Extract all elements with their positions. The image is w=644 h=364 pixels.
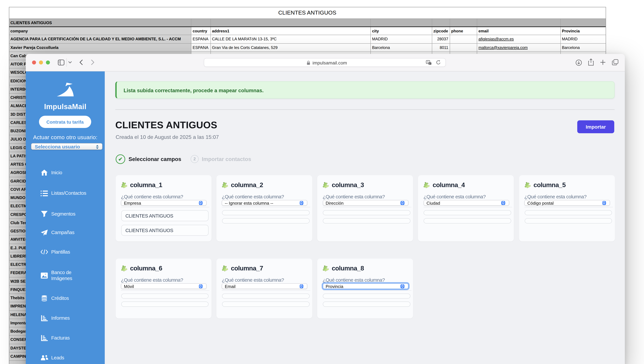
svg-text:x: x <box>429 62 430 65</box>
svg-text:A: A <box>427 61 429 63</box>
